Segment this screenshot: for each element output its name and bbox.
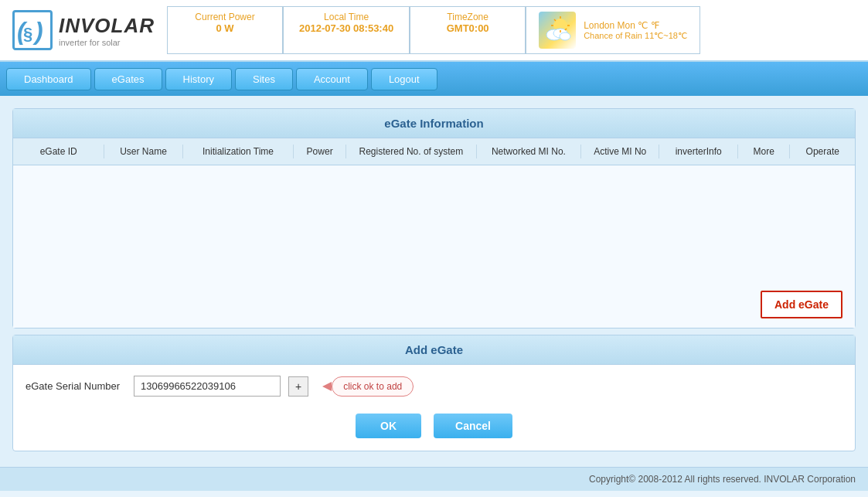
footer: Copyright© 2008-2012 All rights reserved… — [0, 467, 868, 491]
egate-info-title: eGate Information — [13, 109, 855, 138]
weather-desc: Chance of Rain 11℃~18℃ — [584, 31, 687, 41]
col-inverter: inverterInfo — [659, 145, 737, 158]
col-power: Power — [294, 145, 346, 158]
current-power-value: 0 W — [183, 22, 267, 34]
logo-area: ( § ) INVOLAR inverter for solar — [12, 10, 155, 50]
cancel-button[interactable]: Cancel — [434, 414, 512, 438]
col-operate: Operate — [790, 145, 855, 158]
svg-text:§: § — [23, 24, 32, 43]
action-btn-row: OK Cancel — [13, 407, 855, 451]
svg-text:): ) — [32, 17, 43, 45]
nav-logout[interactable]: Logout — [371, 68, 437, 90]
nav-dashboard[interactable]: Dashboard — [6, 68, 91, 90]
nav-egates[interactable]: eGates — [94, 68, 162, 90]
plus-button[interactable]: + — [288, 376, 308, 397]
egate-info-section: eGate Information eGate ID User Name Ini… — [12, 108, 856, 328]
logo-icon: ( § ) — [12, 10, 53, 50]
local-time-box: Local Time 2012-07-30 08:53:40 — [283, 6, 410, 54]
current-power-label: Current Power — [183, 12, 267, 22]
col-init-time: Initialization Time — [183, 145, 294, 158]
weather-icon — [539, 12, 576, 49]
table-header-row: eGate ID User Name Initialization Time P… — [13, 138, 855, 165]
local-time-value: 2012-07-30 08:53:40 — [299, 22, 393, 34]
nav-history[interactable]: History — [165, 68, 232, 90]
col-networked: Networked MI No. — [477, 145, 581, 158]
svg-point-6 — [560, 32, 570, 40]
main-content: eGate Information eGate ID User Name Ini… — [0, 96, 868, 467]
col-more: More — [738, 145, 791, 158]
col-username: User Name — [104, 145, 182, 158]
current-power-box: Current Power 0 W — [167, 6, 283, 54]
logo-subtitle: inverter for solar — [59, 38, 155, 47]
logo-text: INVOLAR inverter for solar — [59, 14, 155, 47]
table-body — [13, 165, 855, 281]
col-egate-id: eGate ID — [13, 145, 104, 158]
add-egate-btn-row: Add eGate — [13, 281, 855, 328]
add-egate-title: Add eGate — [13, 335, 855, 365]
copyright-text: Copyright© 2008-2012 All rights reserved… — [589, 474, 856, 485]
add-egate-section: Add eGate eGate Serial Number + click ok… — [12, 335, 856, 451]
add-egate-button[interactable]: Add eGate — [761, 291, 842, 318]
col-reg-no: Registered No. of system — [346, 145, 477, 158]
weather-location: London Mon ℃ ℉ — [584, 20, 687, 31]
callout-arrow — [322, 382, 332, 391]
logo-title: INVOLAR — [59, 14, 155, 38]
header-stats: Current Power 0 W Local Time 2012-07-30 … — [167, 6, 856, 54]
timezone-label: TimeZone — [426, 12, 509, 22]
ok-button[interactable]: OK — [356, 414, 421, 438]
nav-account[interactable]: Account — [296, 68, 368, 90]
timezone-box: TimeZone GMT0:00 — [410, 6, 526, 54]
weather-box: London Mon ℃ ℉ Chance of Rain 11℃~18℃ — [526, 6, 700, 54]
weather-info: London Mon ℃ ℉ Chance of Rain 11℃~18℃ — [584, 20, 687, 41]
nav-bar: Dashboard eGates History Sites Account L… — [0, 62, 868, 96]
local-time-label: Local Time — [299, 12, 393, 22]
callout-tooltip: click ok to add — [332, 376, 414, 397]
timezone-value: GMT0:00 — [426, 22, 509, 34]
svg-line-11 — [554, 19, 556, 21]
add-form-row: eGate Serial Number + click ok to add — [13, 365, 855, 407]
header: ( § ) INVOLAR inverter for solar Current… — [0, 0, 868, 62]
nav-sites[interactable]: Sites — [235, 68, 293, 90]
serial-label: eGate Serial Number — [26, 380, 126, 392]
col-active: Active MI No — [581, 145, 659, 158]
serial-input[interactable] — [134, 376, 281, 397]
